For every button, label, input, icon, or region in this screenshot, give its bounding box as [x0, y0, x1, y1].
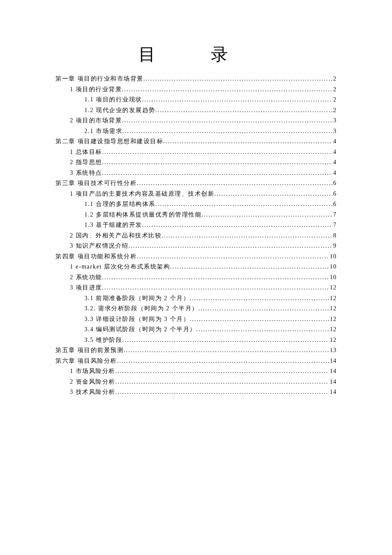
toc-entry[interactable]: 第四章 项目功能和系统分析10 [55, 251, 337, 262]
toc-entry-page: 13 [329, 345, 337, 356]
toc-entry[interactable]: 1.2 现代企业的发展趋势2 [55, 105, 337, 116]
toc-entry[interactable]: 3.3 详细设计阶段（时间为 3 个月）12 [55, 314, 337, 325]
toc-entry-page: 2 [332, 84, 337, 95]
toc-entry-label: 1 总体目标 [70, 147, 102, 158]
toc-entry-label: 1 项目的行业背景 [70, 84, 122, 95]
toc-entry-page: 10 [329, 262, 337, 272]
toc-entry-label: 1 市场风险分析 [70, 366, 115, 377]
toc-entry[interactable]: 3.5 维护阶段12 [55, 335, 337, 346]
toc-leader-dots [115, 366, 329, 377]
toc-entry[interactable]: 第六章 项目风险分析14 [55, 356, 337, 367]
toc-entry-page: 6 [332, 199, 337, 210]
toc-leader-dots [102, 272, 329, 283]
toc-leader-dots [190, 314, 329, 325]
toc-leader-dots [163, 136, 332, 147]
toc-entry-page: 3 [332, 116, 337, 126]
toc-leader-dots [137, 251, 329, 262]
toc-entry[interactable]: 1.1 合理的多层结构体系6 [55, 199, 337, 210]
toc-entry[interactable]: 3 项目进度12 [55, 283, 337, 293]
toc-entry-label: 第四章 项目功能和系统分析 [55, 251, 137, 262]
toc-entry-label: 2 项目的市场背景 [70, 116, 122, 126]
toc-entry-label: 1.1 项目的行业现状 [84, 95, 142, 105]
toc-entry-label: 3.1 前期准备阶段（时间为 2 个月） [84, 293, 190, 304]
toc-entry[interactable]: 第三章 项目技术可行性分析6 [55, 178, 337, 189]
table-of-contents: 第一章 项目的行业和市场背景21 项目的行业背景21.1 项目的行业现状21.2… [55, 74, 337, 398]
toc-entry-page: 4 [332, 136, 337, 147]
toc-entry[interactable]: 3.4 编码测试阶段（时间为 2 个半月）12 [55, 324, 337, 335]
toc-entry[interactable]: 1.1 项目的行业现状2 [55, 95, 337, 105]
toc-entry-label: 3 技术风险分析 [70, 387, 115, 398]
toc-entry-page: 10 [329, 251, 337, 262]
toc-entry-label: 2 资金风险分析 [70, 377, 115, 387]
toc-entry[interactable]: 1 项目的行业背景2 [55, 84, 337, 95]
toc-leader-dots [122, 126, 332, 137]
toc-entry[interactable]: 1.2 多层结构体系提供最优秀的管理性能7 [55, 210, 337, 220]
toc-entry-label: 3 项目进度 [70, 283, 102, 293]
toc-leader-dots [142, 95, 333, 105]
toc-leader-dots [102, 157, 333, 168]
toc-entry-page: 7 [332, 220, 337, 231]
toc-entry-page: 2 [332, 74, 337, 84]
toc-entry-label: 第五章 项目的前景预测 [55, 345, 124, 356]
toc-entry[interactable]: 2 资金风险分析14 [55, 377, 337, 387]
toc-leader-dots [156, 199, 333, 210]
toc-entry[interactable]: 第一章 项目的行业和市场背景2 [55, 74, 337, 84]
toc-entry-label: 第一章 项目的行业和市场背景 [55, 74, 144, 84]
toc-entry-label: 1.3 基于组建的开发 [84, 220, 142, 231]
toc-entry[interactable]: 1 项目产品的主要技术内容及基础原理、技术创新6 [55, 189, 337, 199]
toc-leader-dots [196, 324, 329, 335]
toc-entry-page: 4 [332, 147, 337, 158]
toc-entry-page: 3 [332, 126, 337, 137]
toc-entry-page: 4 [332, 168, 337, 179]
toc-entry-page: 12 [329, 293, 337, 304]
toc-entry-page: 6 [332, 178, 337, 189]
toc-entry-label: 2 系统功能 [70, 272, 102, 283]
toc-entry-page: 9 [332, 241, 337, 251]
toc-entry-page: 10 [329, 272, 337, 283]
toc-leader-dots [102, 283, 329, 293]
toc-entry-label: 1 项目产品的主要技术内容及基础原理、技术创新 [70, 189, 214, 199]
toc-entry[interactable]: 3 系统特点4 [55, 168, 337, 179]
toc-entry-label: 第六章 项目风险分析 [55, 356, 117, 367]
toc-entry[interactable]: 2 项目的市场背景3 [55, 116, 337, 126]
toc-entry[interactable]: 3.2. 需求分析阶段（时间为 2 个半月）12 [55, 304, 337, 314]
toc-entry[interactable]: 3 技术风险分析14 [55, 387, 337, 398]
toc-entry[interactable]: 1 总体目标4 [55, 147, 337, 158]
toc-entry-label: 3.2. 需求分析阶段（时间为 2 个半月） [84, 304, 199, 314]
toc-entry-page: 12 [329, 335, 337, 346]
toc-leader-dots [115, 377, 329, 387]
toc-entry[interactable]: 3.1 前期准备阶段（时间为 2 个月）12 [55, 293, 337, 304]
toc-entry[interactable]: 第二章 项目建设指导思想和建设目标4 [55, 136, 337, 147]
toc-entry-label: 3.5 维护阶段 [84, 335, 122, 346]
toc-leader-dots [156, 105, 333, 116]
toc-leader-dots [137, 178, 332, 189]
document-title: 目 录 [55, 43, 337, 66]
toc-entry-page: 12 [329, 283, 337, 293]
toc-entry-label: 1 e-market 层次化分布式系统架构 [70, 262, 170, 272]
toc-entry[interactable]: 2 指导思想4 [55, 157, 337, 168]
toc-entry-label: 第三章 项目技术可行性分析 [55, 178, 137, 189]
toc-entry-page: 14 [329, 377, 337, 387]
toc-entry[interactable]: 1 e-market 层次化分布式系统架构10 [55, 262, 337, 272]
toc-leader-dots [170, 262, 329, 272]
toc-leader-dots [199, 304, 329, 314]
toc-entry-page: 4 [332, 157, 337, 168]
toc-entry[interactable]: 3 知识产权情况介绍9 [55, 241, 337, 251]
toc-entry[interactable]: 2.1 市场需求3 [55, 126, 337, 137]
toc-entry[interactable]: 1 市场风险分析14 [55, 366, 337, 377]
toc-leader-dots [214, 189, 332, 199]
toc-entry-page: 2 [332, 95, 337, 105]
toc-entry-label: 第二章 项目建设指导思想和建设目标 [55, 136, 163, 147]
toc-entry[interactable]: 1.3 基于组建的开发7 [55, 220, 337, 231]
toc-entry-page: 14 [329, 387, 337, 398]
toc-entry-page: 12 [329, 304, 337, 314]
toc-entry[interactable]: 第五章 项目的前景预测13 [55, 345, 337, 356]
toc-entry-label: 1.1 合理的多层结构体系 [84, 199, 156, 210]
toc-entry[interactable]: 2 国内、外相关产品和技术比较8 [55, 231, 337, 241]
toc-entry[interactable]: 2 系统功能10 [55, 272, 337, 283]
toc-entry-label: 3 知识产权情况介绍 [70, 241, 129, 251]
toc-leader-dots [161, 231, 332, 241]
toc-leader-dots [102, 147, 333, 158]
toc-leader-dots [102, 168, 333, 179]
toc-leader-dots [124, 345, 329, 356]
